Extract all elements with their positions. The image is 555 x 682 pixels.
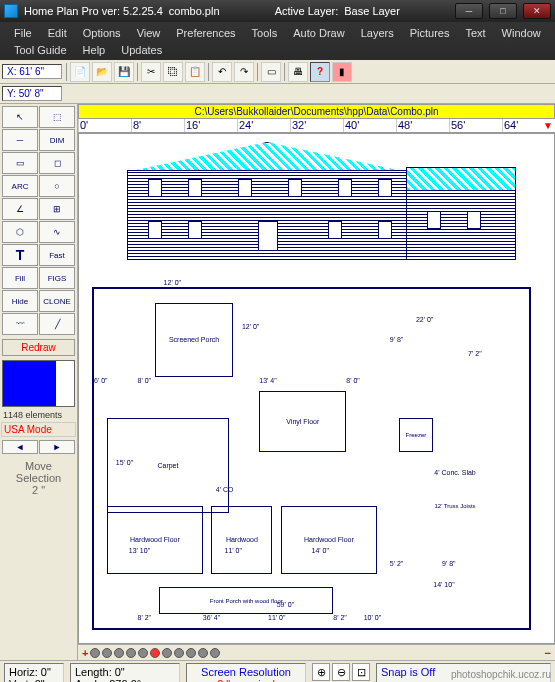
floor-plan: Screened Porch Carpet Vinyl Floor Hardwo…: [92, 287, 531, 630]
app-title: Home Plan Pro ver: 5.2.25.4: [24, 5, 163, 17]
zoom-out-icon[interactable]: ⊖: [332, 663, 350, 681]
copy-icon[interactable]: ⿻: [163, 62, 183, 82]
menu-toolguide[interactable]: Tool Guide: [6, 41, 75, 58]
drawing-canvas[interactable]: Screened Porch Carpet Vinyl Floor Hardwo…: [78, 133, 555, 644]
close-button[interactable]: ✕: [523, 3, 551, 19]
plus-icon[interactable]: +: [82, 647, 88, 659]
brush-tool[interactable]: ╱: [39, 313, 75, 335]
nav-dot[interactable]: [126, 648, 136, 658]
menu-options[interactable]: Options: [75, 24, 129, 41]
layer-label: Active Layer:: [275, 5, 339, 17]
dim-tool[interactable]: DIM: [39, 129, 75, 151]
menu-layers[interactable]: Layers: [353, 24, 402, 41]
horizontal-ruler: 0'8'16' 24'32'40' 48'56'64' ▼: [78, 119, 555, 133]
redraw-button[interactable]: Redraw: [2, 339, 75, 356]
fill-tool[interactable]: Fill: [2, 267, 38, 289]
zoom-in-icon[interactable]: ⊕: [312, 663, 330, 681]
maximize-button[interactable]: □: [489, 3, 517, 19]
angle-tool[interactable]: ∠: [2, 198, 38, 220]
nav-dot[interactable]: [162, 648, 172, 658]
door-icon[interactable]: ▮: [332, 62, 352, 82]
usa-mode[interactable]: USA Mode: [1, 422, 76, 437]
new-icon[interactable]: 📄: [70, 62, 90, 82]
res-label: Screen Resolution: [191, 666, 301, 678]
menu-text[interactable]: Text: [457, 24, 493, 41]
y-coord: Y: 50' 8": [2, 86, 62, 101]
menu-preferences[interactable]: Preferences: [168, 24, 243, 41]
nav-dot[interactable]: [114, 648, 124, 658]
app-icon: [4, 4, 18, 18]
x-coord: X: 61' 6": [2, 64, 62, 79]
nav-dot[interactable]: [90, 648, 100, 658]
horiz-status: Horiz: 0": [9, 666, 59, 678]
nav-left[interactable]: ◄: [2, 440, 38, 454]
arc-tool[interactable]: ARC: [2, 175, 38, 197]
nav-dot-active[interactable]: [150, 648, 160, 658]
menu-view[interactable]: View: [129, 24, 169, 41]
house-elevation: [107, 142, 516, 272]
menu-file[interactable]: File: [6, 24, 40, 41]
select-tool[interactable]: ⬚: [39, 106, 75, 128]
res-value: 2 " per pixel: [191, 678, 301, 682]
fast-tool[interactable]: Fast: [39, 244, 75, 266]
clone-tool[interactable]: CLONE: [39, 290, 75, 312]
move-sel-label: Move Selection: [4, 460, 73, 484]
nav-dot[interactable]: [138, 648, 148, 658]
menu-edit[interactable]: Edit: [40, 24, 75, 41]
menubar: File Edit Options View Preferences Tools…: [0, 22, 555, 60]
move-sel-val: 2 ": [4, 484, 73, 496]
layer-name: Base Layer: [344, 5, 400, 17]
print-icon[interactable]: 🖶: [288, 62, 308, 82]
poly-tool[interactable]: ⬡: [2, 221, 38, 243]
minimize-button[interactable]: ─: [455, 3, 483, 19]
length-status: Length: 0": [75, 666, 175, 678]
line-tool[interactable]: ─: [2, 129, 38, 151]
nav-bar: + −: [78, 644, 555, 660]
menu-pictures[interactable]: Pictures: [402, 24, 458, 41]
file-name: combo.pln: [169, 5, 220, 17]
nav-dot[interactable]: [186, 648, 196, 658]
snap-status: Snap is Off: [381, 666, 435, 678]
file-path: C:\Users\Bukkollaider\Documents\hpp\Data…: [78, 104, 555, 119]
menu-help[interactable]: Help: [75, 41, 114, 58]
element-count: 1148 elements: [0, 409, 77, 421]
nav-right[interactable]: ►: [39, 440, 75, 454]
menu-updates[interactable]: Updates: [113, 41, 170, 58]
rect-icon[interactable]: ▭: [261, 62, 281, 82]
watermark: photoshopchik.ucoz.ru: [451, 669, 551, 680]
grid-tool[interactable]: ⊞: [39, 198, 75, 220]
open-icon[interactable]: 📂: [92, 62, 112, 82]
help-icon[interactable]: ?: [310, 62, 330, 82]
rect-tool[interactable]: ▭: [2, 152, 38, 174]
circle-tool[interactable]: ○: [39, 175, 75, 197]
arrow-tool[interactable]: ↖: [2, 106, 38, 128]
menu-tools[interactable]: Tools: [244, 24, 286, 41]
cut-icon[interactable]: ✂: [141, 62, 161, 82]
color-swatches[interactable]: [2, 360, 75, 407]
curve-tool[interactable]: ∿: [39, 221, 75, 243]
menu-autodraw[interactable]: Auto Draw: [285, 24, 352, 41]
zoom-fit-icon[interactable]: ⊡: [352, 663, 370, 681]
vert-status: Vert: 0": [9, 678, 59, 682]
wave-tool[interactable]: 〰: [2, 313, 38, 335]
nav-dot[interactable]: [102, 648, 112, 658]
square-tool[interactable]: ◻: [39, 152, 75, 174]
menu-window[interactable]: Window: [494, 24, 549, 41]
nav-dot[interactable]: [174, 648, 184, 658]
nav-dot[interactable]: [198, 648, 208, 658]
angle-status: Angle: 270.0°: [75, 678, 175, 682]
nav-dot[interactable]: [210, 648, 220, 658]
paste-icon[interactable]: 📋: [185, 62, 205, 82]
hide-tool[interactable]: Hide: [2, 290, 38, 312]
undo-icon[interactable]: ↶: [212, 62, 232, 82]
save-icon[interactable]: 💾: [114, 62, 134, 82]
figs-tool[interactable]: FIGS: [39, 267, 75, 289]
text-tool[interactable]: T: [2, 244, 38, 266]
redo-icon[interactable]: ↷: [234, 62, 254, 82]
tool-palette: ↖ ⬚ ─ DIM ▭ ◻ ARC ○ ∠ ⊞ ⬡ ∿ T Fast Fill …: [0, 104, 78, 660]
minus-icon[interactable]: −: [545, 647, 551, 659]
